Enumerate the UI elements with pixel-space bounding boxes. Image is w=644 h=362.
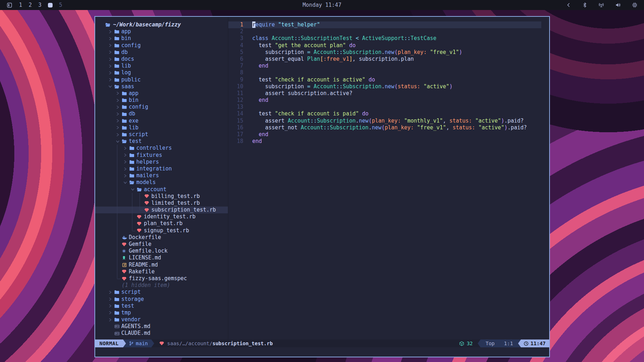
tree-item-exe[interactable]: exe: [95, 118, 228, 124]
tree-item-1-hidden-item[interactable]: (1 hidden item): [95, 282, 228, 289]
tree-item-test[interactable]: test: [95, 303, 228, 309]
tree-item-vendor[interactable]: vendor: [95, 316, 228, 323]
chevron-right-icon[interactable]: [108, 56, 112, 63]
tree-item-license.md[interactable]: LICENSE.md: [95, 254, 228, 261]
cpu-icon[interactable]: [632, 2, 638, 8]
tree-item-fizzy-saas.gemspec[interactable]: fizzy-saas.gemspec: [95, 275, 228, 282]
tree-item-controllers[interactable]: controllers: [95, 145, 228, 152]
tree-item-dockerfile[interactable]: Dockerfile: [95, 234, 228, 241]
code-line-17[interactable]: 17 end: [228, 131, 541, 138]
tree-item-storage[interactable]: storage: [95, 296, 228, 303]
chevron-down-icon[interactable]: [116, 138, 120, 145]
tree-item-db[interactable]: db: [95, 110, 228, 117]
chevron-right-icon[interactable]: [116, 131, 120, 138]
chevron-right-icon[interactable]: [108, 42, 112, 49]
chevron-right-icon[interactable]: [116, 97, 120, 104]
tree-item-claude.md[interactable]: CLAUDE.md: [95, 330, 228, 337]
code-line-5[interactable]: 5 subscription = Account::Subscription.n…: [228, 49, 541, 56]
code-editor[interactable]: 1require "test_helper"23class Account::S…: [228, 17, 549, 339]
tree-root[interactable]: ~/Work/basecamp/fizzy: [95, 21, 228, 28]
chevron-right-icon[interactable]: [108, 28, 112, 35]
code-line-15[interactable]: 15 assert Account::Subscription.new(plan…: [228, 118, 541, 124]
code-line-11[interactable]: 11 assert subscription.active?: [228, 90, 541, 97]
code-line-3[interactable]: 3class Account::SubscriptionTest < Activ…: [228, 35, 541, 42]
chevron-left-icon[interactable]: [566, 2, 571, 8]
code-line-13[interactable]: 13: [228, 104, 541, 110]
chevron-right-icon[interactable]: [116, 118, 120, 124]
tree-item-mailers[interactable]: mailers: [95, 172, 228, 179]
workspace-active-indicator[interactable]: [48, 3, 53, 8]
tree-item-config[interactable]: config: [95, 42, 228, 49]
code-line-8[interactable]: 8: [228, 69, 541, 76]
chevron-right-icon[interactable]: [108, 35, 112, 42]
chevron-right-icon[interactable]: [108, 69, 112, 76]
chevron-right-icon[interactable]: [108, 49, 112, 56]
tree-item-log[interactable]: log: [95, 69, 228, 76]
tree-item-bin[interactable]: bin: [95, 97, 228, 104]
chevron-right-icon[interactable]: [123, 145, 127, 152]
tree-item-bin[interactable]: bin: [95, 35, 228, 42]
workspace-5[interactable]: 5: [59, 0, 62, 10]
tree-item-fixtures[interactable]: fixtures: [95, 152, 228, 159]
chevron-right-icon[interactable]: [108, 296, 112, 303]
code-line-16[interactable]: 16 assert_not Account::Subscription.new(…: [228, 124, 541, 131]
code-line-7[interactable]: 7 end: [228, 63, 541, 69]
tree-item-lib[interactable]: lib: [95, 124, 228, 131]
code-line-2[interactable]: 2: [228, 28, 541, 35]
tree-item-public[interactable]: public: [95, 76, 228, 83]
tree-item-docs[interactable]: docs: [95, 56, 228, 63]
tree-item-lib[interactable]: lib: [95, 63, 228, 69]
code-line-18[interactable]: 18end: [228, 138, 541, 145]
tree-item-signup-test.rb[interactable]: signup_test.rb: [95, 227, 228, 234]
volume-icon[interactable]: [615, 2, 621, 8]
code-line-14[interactable]: 14 test "check if account is paid" do: [228, 110, 541, 117]
code-line-12[interactable]: 12 end: [228, 97, 541, 104]
tree-item-agents.md[interactable]: AGENTS.md: [95, 323, 228, 330]
tree-item-saas[interactable]: saas: [95, 83, 228, 90]
tree-item-rakefile[interactable]: Rakefile: [95, 268, 228, 275]
tree-item-test[interactable]: test: [95, 138, 228, 145]
tree-item-app[interactable]: app: [95, 28, 228, 35]
workspace-3[interactable]: 3: [38, 0, 42, 10]
tree-item-gemfile.lock[interactable]: Gemfile.lock: [95, 248, 228, 254]
command-line[interactable]: [95, 347, 549, 357]
chevron-right-icon[interactable]: [108, 303, 112, 309]
tree-item-app[interactable]: app: [95, 90, 228, 97]
bluetooth-icon[interactable]: [582, 2, 587, 8]
tree-item-integration[interactable]: integration: [95, 165, 228, 172]
chevron-down-icon[interactable]: [123, 179, 127, 186]
chevron-right-icon[interactable]: [108, 289, 112, 296]
tree-item-config[interactable]: config: [95, 104, 228, 110]
chevron-right-icon[interactable]: [123, 159, 127, 165]
chevron-right-icon[interactable]: [108, 76, 112, 83]
tree-item-helpers[interactable]: helpers: [95, 159, 228, 165]
tree-item-script[interactable]: script: [95, 289, 228, 296]
workspace-2[interactable]: 2: [29, 0, 32, 10]
tree-item-tmp[interactable]: tmp: [95, 309, 228, 316]
chevron-down-icon[interactable]: [131, 186, 135, 193]
tree-item-billing-test.rb[interactable]: billing_test.rb: [95, 193, 228, 200]
code-line-6[interactable]: 6 assert_equal Plan[:free_v1], subscript…: [228, 56, 541, 63]
tree-item-plan-test.rb[interactable]: plan_test.rb: [95, 220, 228, 227]
code-line-10[interactable]: 10 subscription = Account::Subscription.…: [228, 83, 541, 90]
chevron-right-icon[interactable]: [123, 165, 127, 172]
code-line-4[interactable]: 4 test "get the account plan" do: [228, 42, 541, 49]
workspace-overview-icon[interactable]: [6, 2, 13, 8]
tree-item-gemfile[interactable]: Gemfile: [95, 241, 228, 248]
tree-item-db[interactable]: db: [95, 49, 228, 56]
tree-item-identity-test.rb[interactable]: identity_test.rb: [95, 213, 228, 220]
chevron-right-icon[interactable]: [123, 152, 127, 159]
tree-item-models[interactable]: models: [95, 179, 228, 186]
chevron-right-icon[interactable]: [116, 90, 120, 97]
chevron-down-icon[interactable]: [108, 83, 112, 90]
chevron-right-icon[interactable]: [108, 63, 112, 69]
chevron-right-icon[interactable]: [116, 124, 120, 131]
chevron-right-icon[interactable]: [123, 172, 127, 179]
workspace-1[interactable]: 1: [19, 0, 22, 10]
network-icon[interactable]: [598, 2, 604, 8]
code-line-1[interactable]: 1require "test_helper": [228, 21, 541, 28]
tree-item-account[interactable]: account: [95, 186, 228, 193]
tree-item-subscription-test.rb[interactable]: subscription_test.rb: [95, 207, 228, 213]
tree-item-limited-test.rb[interactable]: limited_test.rb: [95, 200, 228, 207]
tree-item-readme.md[interactable]: README.md: [95, 262, 228, 268]
